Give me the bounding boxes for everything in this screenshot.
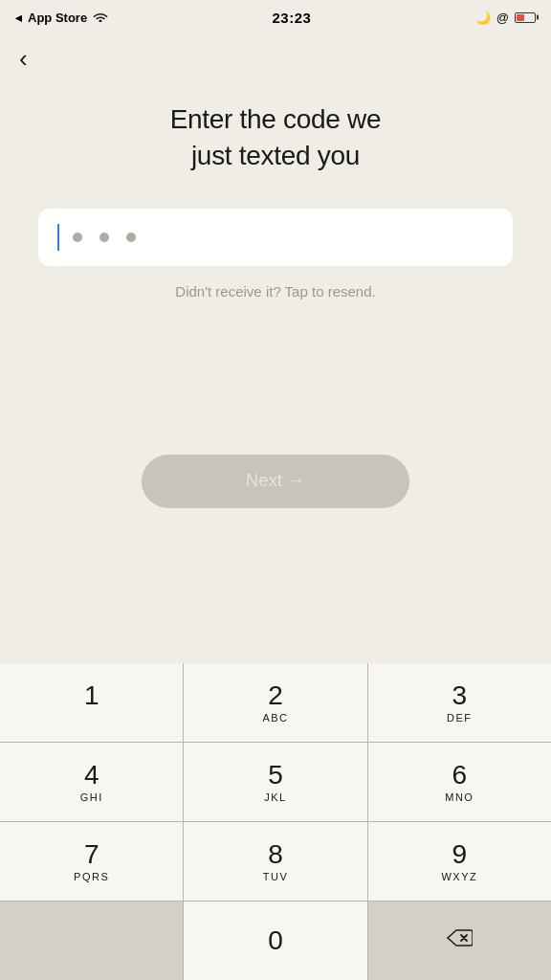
code-dot-1	[73, 233, 82, 242]
key-2[interactable]: 2 ABC	[184, 663, 366, 742]
resend-link[interactable]: Didn't receive it? Tap to resend.	[175, 283, 375, 300]
key-6[interactable]: 6 MNO	[368, 743, 551, 821]
key-4[interactable]: 4 GHI	[0, 743, 183, 821]
moon-icon: 🌙	[475, 11, 491, 25]
key-empty	[0, 902, 183, 980]
back-button[interactable]: ‹	[19, 46, 28, 71]
page-title: Enter the code wejust texted you	[170, 101, 382, 174]
status-bar: ◂ App Store 23:23 🌙 @	[0, 0, 551, 34]
next-button-wrapper: Next →	[38, 300, 513, 663]
main-content: Enter the code wejust texted you Didn't …	[0, 82, 551, 663]
next-button[interactable]: Next →	[142, 455, 409, 508]
code-dot-2	[99, 233, 109, 242]
back-arrow-indicator: ◂	[15, 11, 22, 25]
status-right: 🌙 @	[475, 11, 536, 25]
status-time: 23:23	[273, 10, 312, 26]
carrier-label: App Store	[28, 11, 87, 25]
status-left: ◂ App Store	[15, 11, 108, 25]
key-5[interactable]: 5 JKL	[184, 743, 366, 821]
key-3[interactable]: 3 DEF	[368, 663, 551, 742]
key-7[interactable]: 7 PQRS	[0, 822, 183, 901]
code-input-field[interactable]	[38, 209, 513, 266]
nav-bar: ‹	[0, 34, 551, 82]
key-9[interactable]: 9 WXYZ	[368, 822, 551, 901]
keypad-grid: 1 2 ABC 3 DEF 4 GHI 5 JKL 6 MNO 7 PQRS 8	[0, 663, 551, 980]
key-1[interactable]: 1	[0, 663, 183, 742]
next-button-label: Next →	[246, 471, 305, 491]
wifi-icon	[93, 11, 108, 25]
text-cursor	[57, 224, 59, 251]
key-backspace[interactable]	[368, 902, 551, 980]
code-dot-3	[126, 233, 136, 242]
code-dots	[73, 233, 136, 242]
backspace-icon	[446, 928, 473, 953]
at-icon: @	[496, 11, 509, 25]
numeric-keypad: 1 2 ABC 3 DEF 4 GHI 5 JKL 6 MNO 7 PQRS 8	[0, 663, 551, 980]
key-0[interactable]: 0	[184, 902, 366, 980]
key-8[interactable]: 8 TUV	[184, 822, 366, 901]
battery-icon	[515, 12, 536, 23]
